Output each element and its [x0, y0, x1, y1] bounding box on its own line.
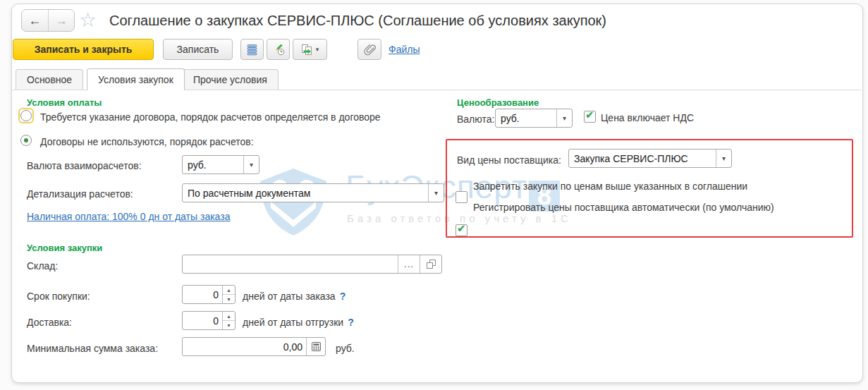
chevron-down-icon[interactable]: ▾	[556, 109, 572, 127]
spin-down-icon[interactable]: ▾	[223, 321, 235, 329]
create-based-on-icon	[301, 44, 313, 56]
open-icon	[426, 259, 436, 269]
help-icon[interactable]: ?	[340, 291, 346, 302]
edit-history-icon	[272, 43, 285, 56]
register-records-button[interactable]	[240, 39, 264, 60]
settlement-currency-select[interactable]: руб. ▾	[182, 155, 259, 174]
spin-up-icon[interactable]: ▴	[223, 286, 235, 295]
calculator-button[interactable]	[306, 338, 325, 355]
delivery-input[interactable]	[183, 312, 222, 329]
delivery-field[interactable]: ▴ ▾	[182, 311, 236, 330]
history-nav-group: ← →	[21, 9, 75, 32]
min-sum-currency: руб.	[336, 343, 355, 354]
check-icon: ✔	[457, 222, 466, 235]
tab-bar: Основное Условия закупок Прочие условия	[12, 68, 861, 90]
open-button[interactable]	[420, 255, 441, 273]
chevron-down-icon: ▾	[316, 46, 319, 53]
forbid-higher-prices-label: Запретить закупки по ценам выше указанны…	[473, 181, 747, 192]
chevron-down-icon[interactable]: ▾	[716, 150, 731, 167]
choose-button[interactable]: ...	[398, 255, 420, 273]
chevron-down-icon[interactable]: ▾	[243, 156, 259, 173]
purchase-period-suffix: дней от даты заказа?	[243, 291, 346, 302]
radio-contract-required[interactable]	[20, 109, 32, 122]
calculator-icon	[311, 341, 322, 352]
cash-payment-link[interactable]: Наличная оплата: 100% 0 дн от даты заказ…	[27, 211, 230, 222]
price-type-select[interactable]: Закупка СЕРВИС-ПЛЮС ▾	[568, 149, 732, 168]
back-icon: ←	[28, 13, 41, 28]
vat-included-label: Цена включает НДС	[601, 112, 694, 123]
purchase-period-stepper[interactable]: ▴ ▾	[222, 286, 235, 303]
settlement-detail-select[interactable]: По расчетным документам ▾	[182, 183, 444, 202]
check-icon: ✔	[585, 109, 594, 121]
min-sum-label: Минимальная сумма заказа:	[27, 343, 158, 354]
tab-purchase-terms[interactable]: Условия закупок	[87, 68, 185, 90]
pricing-currency-select[interactable]: руб. ▾	[495, 109, 573, 128]
min-sum-field[interactable]	[182, 337, 326, 356]
paperclip-icon	[363, 43, 376, 56]
auto-register-prices-checkbox[interactable]: ✔	[456, 224, 467, 236]
favorite-star-icon[interactable]: ☆	[79, 8, 97, 32]
radio-no-contract[interactable]	[20, 134, 32, 147]
settlement-detail-label: Детализация расчетов:	[27, 188, 133, 200]
radio-no-contract-label: Договоры не используются, порядок расчет…	[40, 136, 254, 147]
spin-down-icon[interactable]: ▾	[223, 295, 235, 303]
warehouse-field[interactable]: ...	[182, 255, 442, 274]
back-button[interactable]: ←	[22, 10, 49, 31]
attachments-button[interactable]	[357, 39, 381, 60]
tab-main[interactable]: Основное	[16, 69, 83, 90]
forward-button[interactable]: →	[49, 10, 75, 31]
forward-icon: →	[55, 13, 68, 28]
edit-history-button[interactable]	[267, 39, 290, 60]
delivery-stepper[interactable]: ▴ ▾	[222, 312, 235, 329]
save-and-close-button[interactable]: Записать и закрыть	[13, 39, 154, 60]
help-icon[interactable]: ?	[348, 317, 354, 328]
purchase-period-label: Срок покупки:	[27, 291, 90, 302]
warehouse-input[interactable]	[183, 255, 398, 273]
delivery-label: Доставка:	[27, 317, 72, 328]
create-based-on-button[interactable]: ▾	[293, 39, 327, 60]
min-sum-input[interactable]	[183, 338, 306, 355]
chevron-down-icon[interactable]: ▾	[428, 184, 444, 202]
vat-included-checkbox[interactable]: ✔	[584, 111, 596, 123]
purchase-period-field[interactable]: ▴ ▾	[182, 285, 236, 304]
delivery-suffix: дней от даты отгрузки?	[243, 317, 354, 328]
payment-terms-header: Условия оплаты	[27, 97, 102, 108]
save-button[interactable]: Записать	[163, 39, 233, 60]
register-records-icon	[246, 44, 258, 56]
page-title: Соглашение о закупках СЕРВИС-ПЛЮС (Согла…	[109, 8, 606, 32]
purchase-period-input[interactable]	[183, 286, 222, 303]
pricing-currency-label: Валюта:	[457, 114, 494, 125]
warehouse-label: Склад:	[27, 260, 58, 272]
radio-contract-required-label: Требуется указание договора, порядок рас…	[40, 111, 381, 123]
forbid-higher-prices-checkbox[interactable]: ✔	[456, 191, 467, 203]
spin-up-icon[interactable]: ▴	[223, 312, 235, 321]
settlement-currency-label: Валюта взаиморасчетов:	[27, 160, 142, 171]
purchase-terms-header: Условия закупки	[27, 243, 102, 253]
auto-register-prices-label: Регистрировать цены поставщика автоматич…	[473, 202, 774, 213]
pricing-header: Ценообразование	[457, 97, 539, 108]
tab-other-terms[interactable]: Прочие условия	[182, 69, 279, 90]
price-type-label: Вид цены поставщика:	[457, 154, 561, 166]
files-link[interactable]: Файлы	[389, 44, 420, 55]
